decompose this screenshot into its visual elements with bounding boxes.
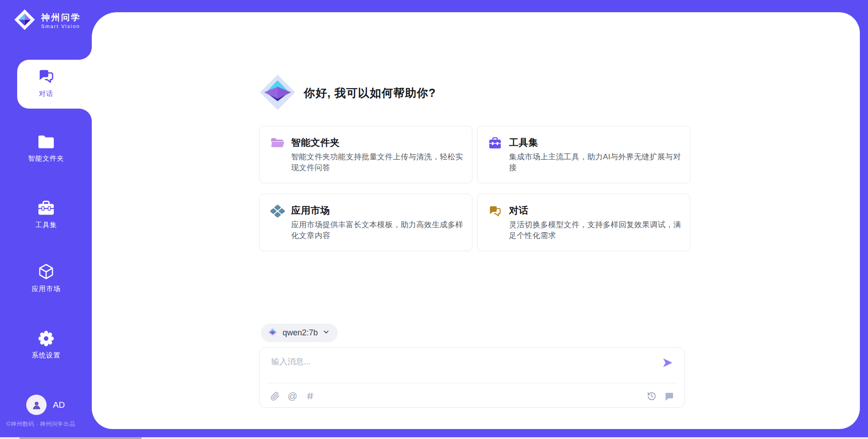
composer-divider: [267, 383, 677, 383]
tab-notch-bottom: [79, 109, 92, 121]
greeting-diamond-icon: [259, 74, 296, 111]
app-name: 神州问学: [41, 12, 81, 23]
card-description: 灵活切换多模型文件，支持多样回复效果调试，满足个性化需求: [509, 220, 683, 241]
card-title: 应用市场: [291, 204, 330, 217]
card-smart-folders[interactable]: 智能文件夹 智能文件夹功能支持批量文件上传与清洗，轻松实现文件问答: [259, 126, 472, 183]
avatar: [26, 395, 47, 415]
app-logo: 神州问学 Smart Vision: [14, 9, 81, 32]
sidebar-item-label: 工具集: [35, 221, 57, 229]
copyright-footer: ©神州数码 · 神州问学出品: [6, 420, 92, 428]
sidebar-item-label: 对话: [39, 90, 53, 98]
briefcase-icon: [488, 137, 502, 149]
sidebar-item-folders[interactable]: 智能文件夹: [0, 133, 92, 163]
user-initials: AD: [53, 400, 65, 410]
card-description: 智能文件夹功能支持批量文件上传与清洗，轻松实现文件问答: [291, 152, 465, 173]
model-name: qwen2:7b: [283, 328, 318, 338]
sidebar-item-market[interactable]: 应用市场: [0, 263, 92, 293]
sidebar-item-chat[interactable]: 对话: [17, 60, 94, 109]
message-input[interactable]: [270, 354, 634, 369]
model-selector[interactable]: qwen2:7b: [261, 324, 338, 342]
at-icon: @: [288, 391, 297, 401]
user-account[interactable]: AD: [26, 395, 65, 415]
brand-diamond-icon: [14, 9, 36, 32]
sidebar-item-label: 系统设置: [32, 351, 61, 360]
horizontal-scrollbar-thumb[interactable]: [19, 437, 142, 439]
chevron-down-icon: [323, 329, 330, 337]
app-subtitle: Smart Vision: [41, 23, 81, 29]
chat-bubbles-icon: [37, 67, 55, 86]
model-diamond-icon: [268, 327, 278, 339]
sidebar-item-settings[interactable]: 系统设置: [0, 329, 92, 360]
hashtag-button[interactable]: [305, 391, 316, 401]
card-title: 对话: [509, 204, 528, 217]
tab-notch-top: [79, 47, 92, 60]
card-toolset[interactable]: 工具集 集成市场上主流工具，助力AI与外界无缝扩展与对接: [477, 126, 690, 183]
sidebar-item-tools[interactable]: 工具集: [0, 199, 92, 229]
mention-button[interactable]: @: [287, 391, 298, 401]
card-description: 集成市场上主流工具，助力AI与外界无缝扩展与对接: [509, 152, 683, 173]
chat-bubbles-icon: [488, 205, 502, 217]
cube-icon: [37, 263, 55, 281]
send-icon[interactable]: [661, 357, 674, 369]
folder-icon: [37, 133, 55, 151]
feature-cards: 智能文件夹 智能文件夹功能支持批量文件上传与清洗，轻松实现文件问答 工具集 集成…: [259, 126, 690, 251]
card-app-market[interactable]: 应用市场 应用市场提供丰富长文本模板，助力高效生成多样化文章内容: [259, 194, 472, 251]
sidebar-item-label: 智能文件夹: [28, 154, 64, 163]
briefcase-icon: [37, 199, 55, 217]
greeting-text: 你好, 我可以如何帮助你?: [304, 86, 436, 100]
card-title: 工具集: [509, 136, 538, 149]
chat-mode-button[interactable]: [664, 391, 675, 401]
attach-file-button[interactable]: [269, 391, 280, 401]
sidebar-item-label: 应用市场: [32, 285, 61, 293]
card-description: 应用市场提供丰富长文本模板，助力高效生成多样化文章内容: [291, 220, 465, 241]
grid-cube-icon: [270, 205, 284, 217]
gear-icon: [37, 329, 55, 348]
history-button[interactable]: [646, 391, 657, 401]
card-title: 智能文件夹: [291, 136, 340, 149]
open-folder-icon: [270, 137, 284, 149]
card-chat[interactable]: 对话 灵活切换多模型文件，支持多样回复效果调试，满足个性化需求: [477, 194, 690, 251]
message-composer: @: [259, 348, 685, 408]
